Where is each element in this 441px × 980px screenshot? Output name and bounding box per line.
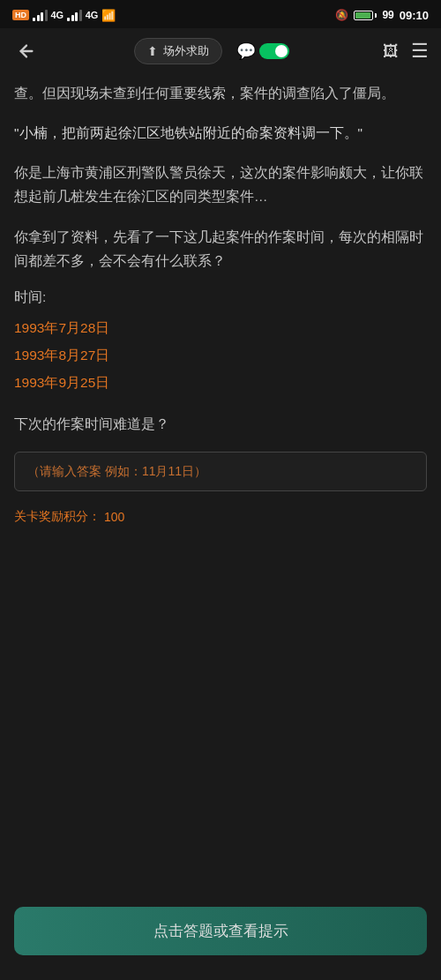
network-type-2: 4G: [86, 10, 99, 20]
question-text: 下次的作案时间难道是？: [14, 412, 427, 436]
dates-list: 1993年7月28日 1993年8月27日 1993年9月25日: [14, 314, 427, 396]
nav-right: 🖼 ☰: [383, 40, 429, 63]
wifi-icon: 📶: [101, 9, 116, 22]
bottom-bar: 点击答题或查看提示: [0, 896, 441, 980]
help-button[interactable]: ⬆ 场外求助: [134, 38, 222, 64]
paragraph-1: 查。但因现场未查到任何重要线索，案件的调查陷入了僵局。: [14, 81, 427, 105]
main-content: 查。但因现场未查到任何重要线索，案件的调查陷入了僵局。 "小楠，把前两起徐汇区地…: [0, 74, 441, 896]
reward-label: 关卡奖励积分：: [14, 509, 101, 525]
toggle-thumb: [275, 45, 288, 57]
paragraph-2: 你是上海市黄浦区刑警队警员徐天，这次的案件影响颇大，让你联想起前几桩发生在徐汇区…: [14, 161, 427, 208]
answer-input-area[interactable]: （请输入答案 例如：11月11日）: [14, 452, 427, 491]
date-3: 1993年9月25日: [14, 369, 427, 396]
status-left: HD 4G 4G 📶: [12, 9, 116, 22]
network-type-1: 4G: [51, 10, 64, 20]
nav-bar: ⬆ 场外求助 💬 🖼 ☰: [0, 28, 441, 74]
wechat-icon: 💬: [236, 41, 256, 61]
share-icon: ⬆: [147, 44, 158, 58]
paragraph-3: 你拿到了资料，先看了一下这几起案件的作案时间，每次的相隔时间都差不多，会不会有什…: [14, 225, 427, 273]
reward-section: 关卡奖励积分： 100: [14, 504, 427, 546]
time-display: 09:10: [400, 9, 429, 22]
hd-badge: HD: [12, 10, 29, 20]
signal-bars-1: [33, 10, 48, 21]
action-button[interactable]: 点击答题或查看提示: [14, 907, 427, 955]
back-button[interactable]: [12, 37, 41, 65]
reward-value: 100: [104, 510, 124, 524]
signal-bars-2: [67, 10, 82, 21]
status-bar: HD 4G 4G 📶 🔕 99 09:10: [0, 0, 441, 28]
dialogue-text: "小楠，把前两起徐汇区地铁站附近的命案资料调一下。": [14, 121, 427, 145]
date-1: 1993年7月28日: [14, 314, 427, 341]
time-label: 时间:: [14, 288, 427, 307]
date-2: 1993年8月27日: [14, 341, 427, 369]
photo-icon[interactable]: 🖼: [383, 42, 399, 61]
mute-icon: 🔕: [335, 9, 348, 21]
toggle-track[interactable]: [259, 43, 289, 59]
help-label: 场外求助: [163, 43, 209, 59]
wechat-toggle[interactable]: 💬: [236, 41, 289, 61]
answer-placeholder: （请输入答案 例如：11月11日）: [27, 464, 206, 478]
battery: [354, 11, 377, 20]
menu-icon[interactable]: ☰: [411, 40, 429, 63]
status-right: 🔕 99 09:10: [335, 9, 429, 22]
battery-percent: 99: [382, 9, 393, 21]
